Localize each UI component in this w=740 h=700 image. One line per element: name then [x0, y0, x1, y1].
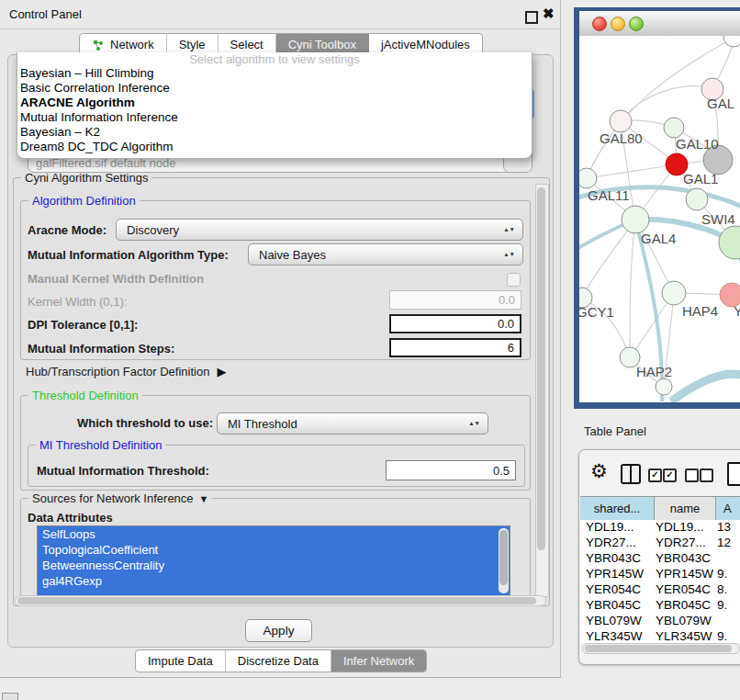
data-attributes-list: SelfLoops TopologicalCoefficient Between…: [37, 525, 510, 597]
table-body: YDL19... YDL19... 13 YDR27... YDR27... 1…: [580, 520, 740, 643]
node-gal11[interactable]: [579, 168, 597, 188]
node-label: GAL11: [588, 187, 630, 203]
settings-group-title: Cyni Algorithm Settings: [21, 171, 151, 185]
node-label: GCY1: [579, 304, 614, 320]
sources-group-title: Sources for Network Inference: [32, 491, 194, 505]
dropdown-item[interactable]: Dream8 DC_TDC Algorithm: [17, 140, 532, 154]
document-icon[interactable]: [727, 462, 740, 486]
which-threshold-combobox[interactable]: MI Threshold ▲▼: [217, 412, 488, 435]
settings-vertical-scrollbar-thumb[interactable]: [537, 187, 545, 550]
node-swi4[interactable]: [719, 226, 740, 259]
data-attributes-label: Data Attributes: [28, 511, 113, 525]
network-graph: GAL GAL80 GAL10 GAL1 GAL11 GAL4 SWI4 GCY…: [579, 36, 740, 402]
dropdown-item[interactable]: Bayesian – K2: [17, 125, 532, 140]
bottom-left-widget-fragment[interactable]: [2, 693, 18, 700]
node-label: HAP2: [636, 364, 672, 379]
unchecked-checkbox-icon[interactable]: [685, 469, 699, 482]
node[interactable]: [656, 378, 672, 395]
dpi-tolerance-label: DPI Tolerance [0,1]:: [28, 318, 138, 332]
list-scrollbar-thumb[interactable]: [499, 530, 508, 585]
node-gal80[interactable]: [610, 110, 632, 132]
node[interactable]: [686, 188, 708, 210]
table-row[interactable]: YBR045C YBR045C 9.: [580, 598, 740, 614]
attribute-item-selected[interactable]: gal4RGexp: [38, 573, 510, 589]
node-label: HAP4: [682, 303, 718, 319]
table-row[interactable]: YBL079W YBL079W: [580, 614, 740, 629]
node-hap4[interactable]: [662, 281, 686, 305]
table-row[interactable]: YER054C YER054C 8.: [580, 582, 740, 598]
dpi-tolerance-field[interactable]: 0.0: [389, 314, 521, 333]
node-gal10[interactable]: [664, 118, 684, 138]
mi-threshold-field[interactable]: 0.5: [386, 460, 516, 480]
node[interactable]: [723, 36, 740, 47]
algorithm-definition-title: Algorithm Definition: [28, 194, 140, 208]
close-traffic-light-icon[interactable]: [592, 17, 607, 31]
control-panel-titlebar: Control Panel ✖: [0, 0, 560, 29]
attribute-item-selected[interactable]: SelfLoops: [38, 526, 510, 542]
table-horizontal-scrollbar-thumb[interactable]: [585, 645, 732, 652]
apply-button[interactable]: Apply: [245, 619, 312, 642]
mi-threshold-group-title: MI Threshold Definition: [36, 438, 165, 452]
tab-infer-network[interactable]: Infer Network: [331, 650, 426, 672]
table-row[interactable]: YDL19... YDL19... 13: [580, 520, 740, 536]
cyni-bottom-tabbar: Impute Data Discretize Data Infer Networ…: [135, 649, 427, 672]
mi-steps-field[interactable]: 6: [389, 338, 521, 357]
hub-tf-definition-row[interactable]: Hub/Transcription Factor Definition ▶: [26, 365, 226, 378]
kernel-width-label: Kernel Width (0,1):: [28, 295, 127, 309]
hub-tf-definition-label: Hub/Transcription Factor Definition: [26, 365, 209, 378]
collapsed-arrow-icon[interactable]: ▶: [217, 365, 226, 378]
dropdown-item[interactable]: Mutual Information Inference: [17, 110, 532, 125]
tab-impute-data[interactable]: Impute Data: [136, 650, 226, 672]
table-row[interactable]: YPR145W YPR145W 9.: [580, 567, 740, 582]
mi-threshold-label: Mutual Information Threshold:: [37, 464, 209, 478]
mi-steps-label: Mutual Information Steps:: [28, 342, 174, 356]
column-header-partial[interactable]: A: [716, 497, 740, 520]
attribute-item-selected[interactable]: TopologicalCoefficient: [38, 542, 510, 558]
checked-checkbox-icon[interactable]: ✓: [663, 469, 677, 482]
screen: { "titlebar": { "title": "Control Panel"…: [0, 0, 740, 700]
unchecked-checkbox-icon[interactable]: [700, 469, 713, 482]
node-label: SWI4: [701, 211, 735, 227]
column-header-shared-name[interactable]: shared...: [580, 497, 655, 520]
minimize-traffic-light-icon[interactable]: [611, 17, 625, 31]
table-row[interactable]: YLR345W YLR345W 9.: [580, 629, 740, 643]
node-label: GAL80: [600, 130, 643, 146]
tab-discretize-data[interactable]: Discretize Data: [226, 650, 331, 672]
mi-algorithm-type-value: Naive Bayes: [259, 248, 326, 262]
dropdown-item-selected[interactable]: ARACNE Algorithm: [17, 96, 532, 110]
settings-horizontal-scrollbar[interactable]: [15, 595, 546, 606]
node-gal4[interactable]: [622, 206, 649, 233]
checked-checkbox-icon[interactable]: ✓: [648, 469, 662, 482]
table-row[interactable]: YBR043C YBR043C: [580, 551, 740, 567]
combo-arrows-icon: ▲▼: [503, 252, 515, 257]
network-icon: [92, 39, 105, 51]
column-header-name[interactable]: name: [655, 497, 716, 520]
table-panel-title: Table Panel: [584, 424, 646, 438]
network-canvas[interactable]: GAL GAL80 GAL10 GAL1 GAL11 GAL4 SWI4 GCY…: [579, 36, 740, 402]
list-scrollbar[interactable]: [499, 528, 509, 593]
expanded-arrow-icon[interactable]: ▼: [199, 493, 209, 504]
threshold-definition-title: Threshold Definition: [28, 389, 142, 402]
settings-horizontal-scrollbar-thumb[interactable]: [17, 597, 536, 604]
split-columns-icon[interactable]: [621, 464, 641, 484]
kernel-width-field[interactable]: 0.0: [389, 290, 521, 310]
dropdown-item[interactable]: Basic Correlation Inference: [17, 81, 532, 96]
zoom-traffic-light-icon[interactable]: [629, 17, 644, 31]
algorithm-dropdown: Select algorithm to view settings Bayesi…: [17, 52, 533, 159]
close-icon[interactable]: ✖: [543, 6, 555, 22]
node-label: GAL10: [676, 136, 719, 152]
gear-icon[interactable]: ⚙: [590, 460, 608, 482]
manual-kernel-width-label: Manual Kernel Width Definition: [28, 272, 204, 286]
dropdown-item[interactable]: Bayesian – Hill Climbing: [17, 66, 532, 81]
aracne-mode-combobox[interactable]: Discovery ▲▼: [116, 219, 523, 241]
combo-arrows-icon: ▲▼: [468, 421, 480, 426]
manual-kernel-width-checkbox[interactable]: [507, 273, 521, 287]
settings-vertical-scrollbar[interactable]: [535, 184, 549, 597]
table-horizontal-scrollbar[interactable]: [582, 643, 740, 654]
mi-algorithm-type-combobox[interactable]: Naive Bayes ▲▼: [248, 243, 523, 265]
table-row[interactable]: YDR27... YDR27... 12: [580, 536, 740, 551]
float-window-icon[interactable]: [525, 11, 538, 24]
network-window-titlebar[interactable]: [579, 11, 740, 37]
attribute-item-selected[interactable]: BetweennessCentrality: [38, 558, 510, 573]
node-label: GAL4: [641, 231, 676, 246]
